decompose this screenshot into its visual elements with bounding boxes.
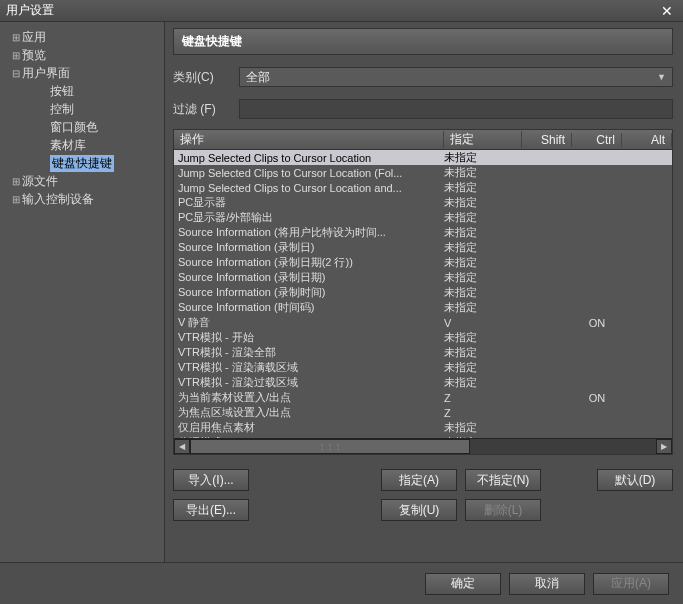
th-operation[interactable]: 操作 [174, 131, 444, 148]
tree-item-label: 预览 [22, 47, 46, 64]
titlebar: 用户设置 ✕ [0, 0, 683, 22]
table-row[interactable]: PC显示器/外部输出未指定 [174, 210, 672, 225]
expand-icon[interactable]: ⊞ [10, 50, 22, 61]
expand-icon[interactable]: ⊞ [10, 32, 22, 43]
cell-operation: Jump Selected Clips to Cursor Location a… [178, 182, 444, 194]
cell-assign: 未指定 [444, 150, 522, 165]
table-row[interactable]: Source Information (时间码)未指定 [174, 300, 672, 315]
cell-operation: PC显示器/外部输出 [178, 210, 444, 225]
tree-item-label: 源文件 [22, 173, 58, 190]
table-row[interactable]: Jump Selected Clips to Cursor Location a… [174, 180, 672, 195]
cell-assign: V [444, 317, 522, 329]
tree-item-label: 控制 [50, 101, 74, 118]
import-button[interactable]: 导入(I)... [173, 469, 249, 491]
table-row[interactable]: Source Information (录制日期(2 行))未指定 [174, 255, 672, 270]
cell-operation: VTR模拟 - 渲染全部 [178, 345, 444, 360]
cell-operation: PC显示器 [178, 195, 444, 210]
cell-assign: 未指定 [444, 195, 522, 210]
tree-item-label: 素材库 [50, 137, 86, 154]
cell-operation: V 静音 [178, 315, 444, 330]
expand-icon[interactable]: ⊞ [10, 176, 22, 187]
table-row[interactable]: PC显示器未指定 [174, 195, 672, 210]
cell-assign: 未指定 [444, 300, 522, 315]
assign-button[interactable]: 指定(A) [381, 469, 457, 491]
tree-item[interactable]: 素材库 [6, 136, 164, 154]
tree-item-label: 用户界面 [22, 65, 70, 82]
export-button[interactable]: 导出(E)... [173, 499, 249, 521]
apply-button: 应用(A) [593, 573, 669, 595]
filter-input[interactable] [239, 99, 673, 119]
cell-operation: Source Information (时间码) [178, 300, 444, 315]
tree-item[interactable]: ⊞源文件 [6, 172, 164, 190]
scroll-right-icon[interactable]: ▶ [656, 439, 672, 454]
scroll-thumb[interactable]: ⋮⋮⋮ [190, 439, 470, 454]
scroll-track[interactable]: ⋮⋮⋮ [190, 439, 656, 454]
cell-operation: Source Information (录制日期(2 行)) [178, 255, 444, 270]
category-label: 类别(C) [173, 69, 231, 86]
horizontal-scrollbar[interactable]: ◀ ⋮⋮⋮ ▶ [174, 438, 672, 454]
expand-icon[interactable]: ⊞ [10, 194, 22, 205]
ok-button[interactable]: 确定 [425, 573, 501, 595]
table-row[interactable]: 仅启用焦点素材未指定 [174, 420, 672, 435]
cell-assign: 未指定 [444, 270, 522, 285]
tree-item[interactable]: 键盘快捷键 [6, 154, 164, 172]
cell-assign: 未指定 [444, 360, 522, 375]
cell-assign: 未指定 [444, 240, 522, 255]
cell-assign: 未指定 [444, 285, 522, 300]
copy-button[interactable]: 复制(U) [381, 499, 457, 521]
cell-operation: VTR模拟 - 渲染过载区域 [178, 375, 444, 390]
tree-item-label: 应用 [22, 29, 46, 46]
cell-ctrl: ON [572, 392, 622, 404]
tree-item[interactable]: 控制 [6, 100, 164, 118]
tree-item[interactable]: 按钮 [6, 82, 164, 100]
table-row[interactable]: 为当前素材设置入/出点ZON [174, 390, 672, 405]
cell-operation: Jump Selected Clips to Cursor Location [178, 152, 444, 164]
cell-assign: 未指定 [444, 330, 522, 345]
tree-item[interactable]: ⊞输入控制设备 [6, 190, 164, 208]
th-assign[interactable]: 指定 [444, 131, 522, 148]
cell-operation: VTR模拟 - 开始 [178, 330, 444, 345]
cell-assign: Z [444, 407, 522, 419]
th-alt[interactable]: Alt [622, 133, 672, 147]
table-row[interactable]: Jump Selected Clips to Cursor Location (… [174, 165, 672, 180]
th-shift[interactable]: Shift [522, 133, 572, 147]
unassign-button[interactable]: 不指定(N) [465, 469, 541, 491]
tree-item[interactable]: ⊞预览 [6, 46, 164, 64]
table-row[interactable]: Source Information (录制时间)未指定 [174, 285, 672, 300]
tree-item-label: 键盘快捷键 [50, 155, 114, 172]
cell-assign: 未指定 [444, 225, 522, 240]
table-body[interactable]: Jump Selected Clips to Cursor Location未指… [174, 150, 672, 438]
close-icon[interactable]: ✕ [657, 3, 677, 19]
table-row[interactable]: VTR模拟 - 渲染过载区域未指定 [174, 375, 672, 390]
table-row[interactable]: Source Information (将用户比特设为时间...未指定 [174, 225, 672, 240]
table-row[interactable]: 为焦点区域设置入/出点Z [174, 405, 672, 420]
table-row[interactable]: Jump Selected Clips to Cursor Location未指… [174, 150, 672, 165]
content-panel: 键盘快捷键 类别(C) 全部 ▼ 过滤 (F) 操作 指定 Shift Ctrl… [165, 22, 683, 562]
cell-assign: 未指定 [444, 420, 522, 435]
tree-item[interactable]: ⊟用户界面 [6, 64, 164, 82]
table-row[interactable]: VTR模拟 - 开始未指定 [174, 330, 672, 345]
table-row[interactable]: VTR模拟 - 渲染全部未指定 [174, 345, 672, 360]
default-button[interactable]: 默认(D) [597, 469, 673, 491]
scroll-left-icon[interactable]: ◀ [174, 439, 190, 454]
cell-operation: Source Information (录制日期) [178, 270, 444, 285]
filter-label: 过滤 (F) [173, 101, 231, 118]
cancel-button[interactable]: 取消 [509, 573, 585, 595]
tree-item[interactable]: 窗口颜色 [6, 118, 164, 136]
expand-icon[interactable]: ⊟ [10, 68, 22, 79]
tree-item-label: 窗口颜色 [50, 119, 98, 136]
tree-item-label: 按钮 [50, 83, 74, 100]
dialog-footer: 确定 取消 应用(A) [0, 562, 683, 604]
table-header: 操作 指定 Shift Ctrl Alt [174, 130, 672, 150]
cell-operation: 为焦点区域设置入/出点 [178, 405, 444, 420]
category-dropdown[interactable]: 全部 ▼ [239, 67, 673, 87]
table-row[interactable]: V 静音VON [174, 315, 672, 330]
table-row[interactable]: Source Information (录制日)未指定 [174, 240, 672, 255]
chevron-down-icon: ▼ [657, 72, 666, 82]
cell-assign: 未指定 [444, 180, 522, 195]
cell-operation: 仅启用焦点素材 [178, 420, 444, 435]
table-row[interactable]: VTR模拟 - 渲染满载区域未指定 [174, 360, 672, 375]
th-ctrl[interactable]: Ctrl [572, 133, 622, 147]
tree-item[interactable]: ⊞应用 [6, 28, 164, 46]
table-row[interactable]: Source Information (录制日期)未指定 [174, 270, 672, 285]
